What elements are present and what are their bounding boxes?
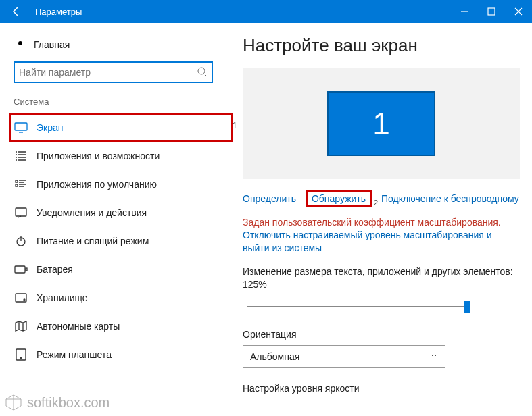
annotation-number-1: 1 <box>233 120 237 130</box>
battery-icon <box>14 265 28 274</box>
sidebar-item-label: Питание и спящий режим <box>37 236 149 246</box>
wireless-link[interactable]: Подключение к беспроводному <box>381 193 519 204</box>
storage-icon <box>14 293 28 303</box>
slider-thumb[interactable] <box>464 301 470 313</box>
svg-rect-3 <box>15 123 27 130</box>
home-link[interactable]: Главная <box>9 32 228 61</box>
monitor-1[interactable]: 1 <box>327 91 435 156</box>
detect-link[interactable]: Обнаружить <box>312 193 366 204</box>
search-field[interactable] <box>19 67 197 78</box>
display-icon <box>14 122 28 133</box>
identify-link[interactable]: Определить <box>243 193 296 204</box>
svg-point-1 <box>18 41 22 45</box>
sidebar-item-display[interactable]: 1 Экран <box>9 113 228 142</box>
default-apps-icon <box>14 179 28 190</box>
sidebar-item-battery[interactable]: Батарея <box>9 255 228 284</box>
svg-rect-7 <box>26 268 27 271</box>
gear-icon <box>14 36 27 52</box>
sidebar-item-label: Режим планшета <box>37 349 112 360</box>
sidebar-item-label: Хранилище <box>37 292 88 303</box>
svg-point-2 <box>198 68 205 74</box>
window-titlebar: Параметры <box>0 0 532 23</box>
sidebar-item-label: Экран <box>37 122 64 133</box>
sidebar-item-label: Уведомления и действия <box>37 207 147 218</box>
sidebar-item-label: Батарея <box>37 264 73 275</box>
scale-slider[interactable] <box>247 299 470 314</box>
notifications-icon <box>14 207 28 218</box>
sidebar: Главная Система 1 Экран Приложения и воз… <box>0 23 228 416</box>
sidebar-item-label: Приложения и возможности <box>37 151 160 161</box>
scaling-warning: Задан пользовательский коэффициент масшт… <box>243 217 520 228</box>
close-button[interactable] <box>505 0 532 23</box>
power-icon <box>14 235 28 247</box>
sidebar-item-notifications[interactable]: Уведомления и действия <box>9 199 228 227</box>
search-input[interactable] <box>14 61 213 83</box>
display-preview[interactable]: 1 <box>243 68 520 179</box>
svg-rect-4 <box>16 208 26 216</box>
sidebar-item-label: Автономные карты <box>37 321 120 332</box>
chevron-down-icon <box>430 351 438 362</box>
sidebar-item-storage[interactable]: Хранилище <box>9 284 228 312</box>
svg-point-9 <box>24 299 25 301</box>
sidebar-item-power[interactable]: Питание и спящий режим <box>9 227 228 255</box>
turnoff-scaling-link[interactable]: Отключить настраиваемый уровень масштаби… <box>243 229 520 255</box>
svg-rect-0 <box>488 8 495 15</box>
svg-rect-6 <box>15 266 25 273</box>
sidebar-item-tablet[interactable]: Режим планшета <box>9 340 228 369</box>
home-label: Главная <box>34 39 70 50</box>
slider-track <box>247 306 470 307</box>
maps-icon <box>14 321 28 332</box>
sidebar-item-apps[interactable]: Приложения и возможности <box>9 142 228 170</box>
search-icon <box>197 66 208 79</box>
orientation-label: Ориентация <box>243 329 520 340</box>
back-button[interactable] <box>0 0 32 23</box>
sidebar-item-default-apps[interactable]: Приложения по умолчанию <box>9 170 228 199</box>
annotation-box-2: Обнаружить 2 <box>306 190 372 207</box>
minimize-button[interactable] <box>451 0 478 23</box>
svg-point-11 <box>20 357 22 359</box>
scale-label: Изменение размера текста, приложений и д… <box>243 265 520 291</box>
main-panel: Настройте ваш экран 1 Определить Обнаруж… <box>228 23 532 416</box>
page-title: Настройте ваш экран <box>243 35 520 56</box>
sidebar-item-label: Приложения по умолчанию <box>37 179 157 190</box>
orientation-select[interactable]: Альбомная <box>243 345 445 368</box>
tablet-icon <box>14 348 28 361</box>
list-icon <box>14 151 28 161</box>
window-title: Параметры <box>32 7 451 17</box>
brightness-label: Настройка уровня яркости <box>243 383 520 394</box>
category-label: Система <box>9 97 228 113</box>
sidebar-item-maps[interactable]: Автономные карты <box>9 312 228 340</box>
maximize-button[interactable] <box>478 0 505 23</box>
annotation-number-2: 2 <box>374 199 378 207</box>
orientation-value: Альбомная <box>250 351 299 362</box>
